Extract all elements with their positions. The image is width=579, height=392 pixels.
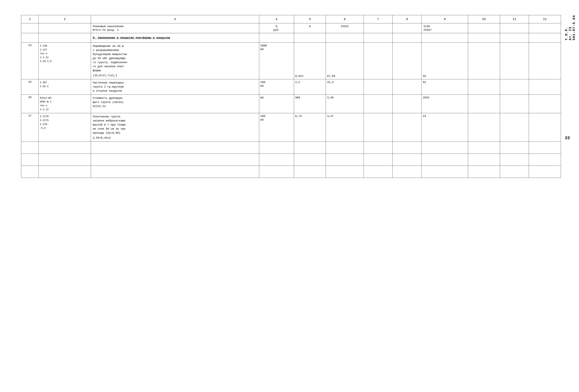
s2-col11 <box>500 33 529 43</box>
page-number: 22 <box>565 136 570 140</box>
row-i6-desc: Стоимость дренирую- щего грунта (песка) … <box>91 95 259 113</box>
p1-col6: I432I <box>326 23 363 33</box>
empty-row <box>21 166 561 178</box>
col-header-8: 8 <box>392 15 422 23</box>
row-i7-col5: 6,73 <box>294 113 326 142</box>
col-header-5: 5 <box>294 15 326 23</box>
row-i6-col7 <box>363 95 392 113</box>
row-i5-id: I5 <box>21 79 39 95</box>
row-i5-col10 <box>468 79 500 95</box>
row-i4-desc: Перемещение на 20 м с разравниванием бул… <box>91 43 259 79</box>
side-label-line1: Т.П.Р. <box>565 15 569 40</box>
row-i4-unit: м3 <box>260 48 293 51</box>
row-i7-col10 <box>468 113 500 142</box>
col-header-9: 9 <box>422 15 468 23</box>
row-i5-col4: I00 м3 <box>259 79 294 95</box>
row-i5-ref: I-967 I-8I-I <box>39 79 91 95</box>
p1-col9-val2: I5467 <box>423 28 466 31</box>
row-i4-col5: 0,8I2 <box>294 43 326 79</box>
row-i6-col11 <box>500 95 529 113</box>
row-i5-col5: 2,2 <box>294 79 326 95</box>
p1-col5: 8 <box>294 23 326 33</box>
row-i5-unit: м3 <box>260 84 293 87</box>
p1-col8 <box>392 23 422 33</box>
p1-col2 <box>39 23 91 33</box>
row-i7-col4: I00 м3 <box>259 113 294 142</box>
side-label-line2: Ат. IX <box>569 15 572 40</box>
p1-col5-val: 8 <box>295 25 325 28</box>
row-i5-desc-main: Частичная перекидка грунта I гр.вручную … <box>93 81 257 93</box>
planning-row-1: Плановые накопления Итого по разд. I % р… <box>21 23 561 33</box>
row-i6-unit: м3 <box>260 96 293 99</box>
row-i6-col6: 3,95 <box>326 95 363 113</box>
side-label: Т.П.Р. Ат. IX 501-07-5.84 <box>565 15 576 40</box>
planning-label1: Плановые накопления <box>93 25 257 28</box>
s2-col1 <box>21 33 39 43</box>
col-header-12: I2 <box>529 15 561 23</box>
row-i4-col7 <box>363 43 392 79</box>
p1-col9: II46 I5467 <box>422 23 468 33</box>
row-i7-col12 <box>529 113 561 142</box>
row-i7-unit: м3 <box>260 118 293 121</box>
row-i4-col11 <box>500 43 529 79</box>
row-i4-col8 <box>392 43 422 79</box>
table-row: I5 I-967 I-8I-I Частичная перекидка грун… <box>21 79 561 95</box>
row-i5-col6: 4I,5 <box>326 79 363 95</box>
row-i7-ref: I-II70 I-II75 I-II8- -5,6 <box>39 113 91 142</box>
s2-col3: П. Заполнение и покрытие платформы и пан… <box>91 33 259 43</box>
row-i4-desc2: (33,8+27,7)хI,I <box>93 73 257 78</box>
row-i6-col12 <box>529 95 561 113</box>
row-i7-col8 <box>392 113 422 142</box>
row-i7-col6: 3,37 <box>326 113 363 142</box>
row-i4-col9: 55 <box>422 43 468 79</box>
row-i7-qty: I00 <box>260 115 293 118</box>
row-i5-col12 <box>529 79 561 95</box>
row-i7-id: I7 <box>21 113 39 142</box>
row-i4-col10 <box>468 43 500 79</box>
col-header-2: 2 <box>39 15 91 23</box>
p1-col10 <box>468 23 500 33</box>
s2-col2 <box>39 33 91 43</box>
p1-col7 <box>363 23 392 33</box>
col-header-7: 7 <box>363 15 392 23</box>
col-header-4: 4 <box>259 15 294 23</box>
p1-col9-val1: II46 <box>423 25 466 28</box>
empty-row <box>21 142 561 154</box>
row-i4-col6: 67,65 <box>326 43 363 79</box>
table-row: I7 I-II70 I-II75 I-II8- -5,6 Уплотнение … <box>21 113 561 142</box>
s2-col4 <box>259 33 294 43</box>
s2-col7 <box>363 33 392 43</box>
row-i4-qty: I000 <box>260 44 293 47</box>
row-i7-desc-main: Уплотнение грунта засыпки виброкатками м… <box>93 115 257 135</box>
col-header-1: I <box>21 15 39 23</box>
row-i6-desc-main: Стоимость дренирую- щего грунта (песка) … <box>93 96 257 108</box>
row-i4-col4: I000 м3 <box>259 43 294 79</box>
p1-rub: руб. <box>260 28 293 31</box>
p1-percent: % <box>260 25 293 28</box>
s2-col9 <box>422 33 468 43</box>
s2-col8 <box>392 33 422 43</box>
row-i6-ref: Кальк.№2 ЕРЕР № I тех.ч. п.2-I2 <box>39 95 91 113</box>
row-i5-desc: Частичная перекидка грунта I гр.вручную … <box>91 79 259 95</box>
p1-col11 <box>500 23 529 33</box>
col-header-10: IO <box>468 15 500 23</box>
empty-row <box>21 154 561 166</box>
row-i5-qty: I00 <box>260 81 293 84</box>
p1-col12 <box>529 23 561 33</box>
row-i7-col9: 23 <box>422 113 468 142</box>
row-i7-desc2: 2,55+0,4Iх2 <box>93 136 257 140</box>
section-ii-row: П. Заполнение и покрытие платформы и пан… <box>21 33 561 43</box>
p1-col3: Плановые накопления Итого по разд. I <box>91 23 259 33</box>
col-header-11: II <box>500 15 529 23</box>
s2-col5 <box>294 33 326 43</box>
row-i5-col7 <box>363 79 392 95</box>
s2-col6 <box>326 33 363 43</box>
row-i6-col5: 909 <box>294 95 326 113</box>
row-i7-col11 <box>500 113 529 142</box>
p1-col6-val: I432I <box>327 25 362 28</box>
section-ii-label: П. Заполнение и покрытие платформы и пан… <box>93 36 257 40</box>
row-i6-col9: 359I <box>422 95 468 113</box>
p1-col4: % руб. <box>259 23 294 33</box>
row-i6-col4: м3 <box>259 95 294 113</box>
row-i6-id: I6 <box>21 95 39 113</box>
